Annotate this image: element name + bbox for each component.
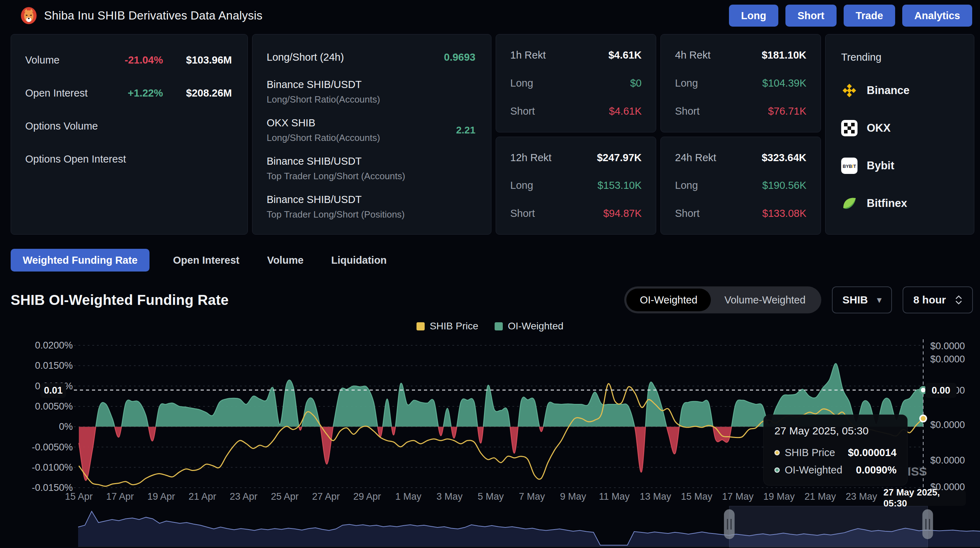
- long-short-header: Long/Short (24h) 0.9693: [267, 51, 476, 63]
- x-axis-label: 15 May: [681, 491, 713, 502]
- rekt-short-value: $4.61K: [609, 105, 642, 117]
- volume-weighted-toggle[interactable]: Volume-Weighted: [711, 289, 819, 311]
- x-axis-label: 15 Apr: [65, 491, 93, 502]
- weighting-mode-toggle: OI-Weighted Volume-Weighted: [624, 286, 821, 313]
- long-short-title: Long/Short (24h): [267, 51, 444, 63]
- rekt-column-1: 1h Rekt$4.61K Long$0 Short$4.61K 12h Rek…: [496, 34, 656, 235]
- tooltip-row-shib-price: SHIB Price $0.000014: [775, 447, 897, 459]
- x-axis-label: 5 May: [477, 491, 504, 502]
- oi-weighted-swatch: [495, 322, 503, 330]
- stat-label: Volume: [25, 54, 117, 66]
- x-axis-label: 19 May: [764, 491, 795, 502]
- long-short-value: 0.9693: [444, 51, 476, 63]
- y-axis-left-label: -0.0050%: [32, 442, 73, 453]
- chart-tooltip: 27 May 2025, 05:30 SHIB Price $0.000014 …: [764, 415, 908, 486]
- exchange-name: Bitfinex: [867, 197, 907, 210]
- oi-weighted-toggle[interactable]: OI-Weighted: [626, 289, 711, 311]
- x-axis-label: 27 Apr: [312, 491, 340, 502]
- x-axis-label: 1 May: [395, 491, 422, 502]
- header: Shiba Inu SHIB Derivatives Data Analysis…: [0, 0, 980, 31]
- legend-label: OI-Weighted: [508, 321, 563, 332]
- stepper-icon: [955, 295, 962, 305]
- ratio-type: Long/Short Ratio(Accounts): [267, 94, 476, 105]
- x-axis-label: 7 May: [519, 491, 545, 502]
- chevron-down-icon: ▾: [877, 295, 881, 305]
- exchange-pair: Binance SHIB/USDT: [267, 194, 476, 205]
- navigator-handle-right[interactable]: [923, 509, 933, 539]
- ratio-type: Top Trader Long/Short (Positions): [267, 209, 476, 220]
- analytics-button[interactable]: Analytics: [902, 5, 972, 27]
- rekt-long-label: Long: [510, 77, 630, 89]
- chart-title: SHIB OI-Weighted Funding Rate: [11, 292, 229, 308]
- trending-item-binance[interactable]: Binance: [841, 83, 974, 98]
- tooltip-title: 27 May 2025, 05:30: [775, 425, 897, 437]
- rekt-long-label: Long: [675, 77, 762, 89]
- symbol-select-value: SHIB: [843, 294, 868, 306]
- legend-item-oi-weighted[interactable]: OI-Weighted: [495, 321, 563, 332]
- okx-icon: [841, 120, 858, 136]
- y-axis-left-label: 0.0150%: [35, 360, 73, 371]
- exchange-name: Binance: [867, 84, 910, 97]
- legend-label: SHIB Price: [430, 321, 478, 332]
- oi-weighted-dot: [775, 467, 780, 473]
- y-axis-left-label: -0.0100%: [32, 462, 73, 473]
- rekt-period: 1h Rekt: [510, 49, 608, 61]
- rekt-short-label: Short: [510, 208, 603, 219]
- symbol-select[interactable]: SHIB ▾: [832, 286, 892, 313]
- tooltip-label: OI-Weighted: [785, 464, 842, 476]
- rekt-long-value: $104.39K: [762, 77, 807, 89]
- rekt-long-value: $190.56K: [762, 179, 807, 191]
- navigator[interactable]: [78, 506, 980, 547]
- rekt-long-label: Long: [510, 179, 598, 191]
- exchange-pair: OKX SHIB: [267, 117, 456, 129]
- tab-open-interest[interactable]: Open Interest: [169, 249, 243, 272]
- y-axis-right-label: $0.0000: [930, 455, 965, 465]
- binance-icon: [841, 83, 858, 98]
- x-axis-label: 13 May: [640, 491, 671, 502]
- trending-item-okx[interactable]: OKX: [841, 120, 974, 136]
- exchange-pair: Binance SHIB/USDT: [267, 79, 476, 91]
- header-buttons: Long Short Trade Analytics: [729, 5, 972, 27]
- y-axis-right-label: $0.0000: [930, 419, 965, 430]
- crosshair-right-value-badge: 0.00: [925, 383, 956, 398]
- exchange-pair: Binance SHIB/USDT: [267, 156, 476, 167]
- short-button[interactable]: Short: [786, 5, 837, 27]
- interval-select-value: 8 hour: [913, 294, 946, 306]
- rekt-long-value: $153.10K: [598, 179, 642, 191]
- rekt-total: $4.61K: [608, 49, 642, 61]
- crosshair-left-value-badge: 0.01: [40, 383, 66, 398]
- ls-row-top-trader-accounts: Binance SHIB/USDT Top Trader Long/Short …: [267, 156, 476, 182]
- ratio-value: 2.21: [456, 125, 476, 136]
- trade-button[interactable]: Trade: [844, 5, 895, 27]
- tab-weighted-funding-rate[interactable]: Weighted Funding Rate: [11, 249, 150, 272]
- x-axis-label: 23 Apr: [230, 491, 258, 502]
- navigator-selection[interactable]: [729, 506, 928, 547]
- tab-liquidation[interactable]: Liquidation: [327, 249, 391, 272]
- rekt-period: 4h Rekt: [675, 49, 762, 61]
- rekt-period: 12h Rekt: [510, 152, 597, 164]
- rekt-card-4h: 4h Rekt$181.10K Long$104.39K Short$76.71…: [660, 34, 821, 132]
- stat-row-options-volume: Options Volume: [25, 120, 232, 132]
- legend-item-shib-price[interactable]: SHIB Price: [417, 321, 478, 332]
- rekt-long-label: Long: [675, 179, 762, 191]
- x-axis-label: 29 Apr: [353, 491, 381, 502]
- market-stats-card: Volume -21.04% $103.96M Open Interest +1…: [11, 34, 248, 235]
- y-axis-left-label: 0.0200%: [35, 340, 73, 351]
- page: 0.0200%0.0150%0.0100%0.0050%0%-0.0050%-0…: [0, 0, 980, 548]
- interval-select[interactable]: 8 hour: [903, 286, 973, 313]
- tooltip-value: $0.000014: [848, 447, 897, 459]
- trending-item-bybit[interactable]: BYBIT Bybit: [841, 157, 974, 174]
- long-button[interactable]: Long: [729, 5, 778, 27]
- trending-title: Trending: [841, 51, 974, 63]
- rekt-total: $181.10K: [762, 49, 807, 61]
- shib-price-dot: [775, 450, 780, 455]
- chart-header: SHIB OI-Weighted Funding Rate OI-Weighte…: [11, 286, 973, 313]
- x-axis-label: 21 May: [805, 491, 836, 502]
- shib-price-marker: [920, 415, 926, 422]
- navigator-handle-left[interactable]: [724, 509, 735, 539]
- crosshair-date-badge: 27 May 2025, 05:30: [883, 490, 966, 506]
- tab-volume[interactable]: Volume: [263, 249, 308, 272]
- chart-tabs: Weighted Funding Rate Open Interest Volu…: [11, 249, 980, 272]
- trending-item-bitfinex[interactable]: Bitfinex: [841, 195, 974, 211]
- x-axis-label: 17 May: [722, 491, 754, 502]
